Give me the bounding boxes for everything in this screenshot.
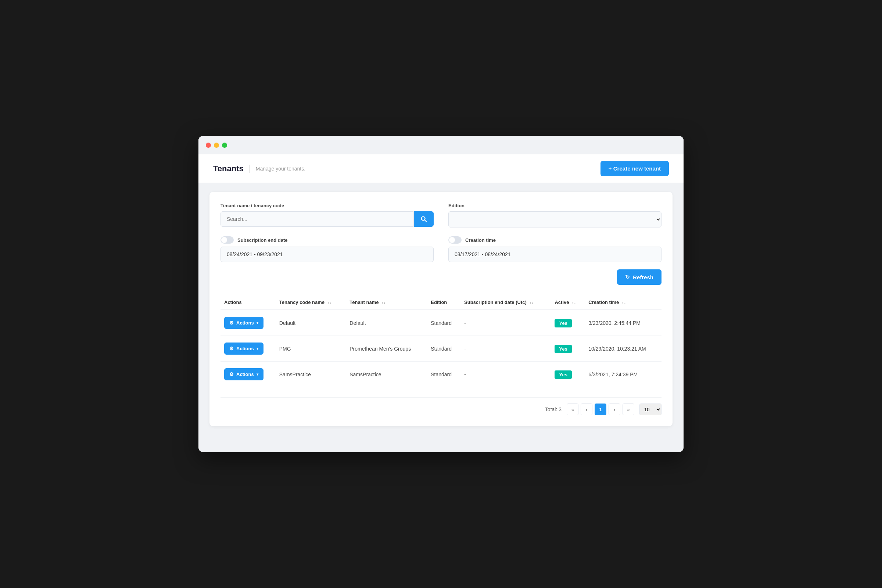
maximize-button[interactable] — [222, 142, 227, 148]
cell-creation-time-2: 6/3/2021, 7:24:39 PM — [585, 362, 662, 387]
cell-edition-0: Standard — [427, 310, 460, 336]
app-window: Tenants Manage your tenants. + Create ne… — [198, 136, 684, 452]
active-badge-1: Yes — [555, 345, 572, 353]
header-left: Tenants Manage your tenants. — [213, 164, 305, 174]
refresh-label: Refresh — [633, 274, 653, 280]
actions-button-1[interactable]: ⚙ Actions ▾ — [224, 342, 264, 355]
last-page-button[interactable]: » — [622, 404, 634, 415]
col-subscription[interactable]: Subscription end date (Utc) ↑↓ — [460, 295, 551, 310]
cell-actions-2: ⚙ Actions ▾ — [220, 362, 276, 387]
close-button[interactable] — [206, 142, 211, 148]
active-sort-icon: ↑↓ — [572, 300, 576, 304]
edition-label: Edition — [448, 203, 662, 208]
subscription-label: Subscription end date — [237, 237, 288, 243]
col-edition-label: Edition — [431, 300, 447, 305]
creation-time-sort-icon: ↑↓ — [622, 300, 626, 304]
tenant-name-sort-icon: ↑↓ — [381, 300, 386, 304]
tenancy-code-sort-icon: ↑↓ — [327, 300, 332, 304]
search-input[interactable] — [220, 212, 414, 227]
search-button[interactable] — [414, 212, 434, 227]
active-badge-0: Yes — [555, 319, 572, 327]
table-row: ⚙ Actions ▾ SamsPractice SamsPractice St… — [220, 362, 662, 387]
cell-subscription-0: - — [460, 310, 551, 336]
subscription-toggle-row: Subscription end date — [220, 236, 434, 244]
col-subscription-label: Subscription end date (Utc) — [464, 300, 526, 305]
creation-time-filter: Creation time — [448, 236, 662, 262]
refresh-row: ↻ Refresh — [220, 269, 662, 285]
cell-tenant-name-2: SamsPractice — [346, 362, 427, 387]
refresh-button[interactable]: ↻ Refresh — [617, 269, 662, 285]
page-subtitle: Manage your tenants. — [256, 166, 305, 172]
gear-icon-2: ⚙ — [230, 372, 234, 377]
creation-toggle[interactable] — [448, 236, 462, 244]
actions-button-0[interactable]: ⚙ Actions ▾ — [224, 317, 264, 329]
subscription-sort-icon: ↑↓ — [529, 300, 533, 304]
col-active-label: Active — [555, 300, 569, 305]
cell-edition-2: Standard — [427, 362, 460, 387]
cell-active-2: Yes — [551, 362, 585, 387]
col-edition: Edition — [427, 295, 460, 310]
cell-tenant-name-0: Default — [346, 310, 427, 336]
creation-toggle-row: Creation time — [448, 236, 662, 244]
page-size-select[interactable]: 10 20 50 100 — [639, 404, 662, 415]
cell-tenancy-code-0: Default — [276, 310, 346, 336]
page-1-button[interactable]: 1 — [595, 404, 606, 415]
gear-icon-0: ⚙ — [230, 320, 234, 326]
subscription-date-filter: Subscription end date — [220, 236, 434, 262]
col-actions: Actions — [220, 295, 276, 310]
cell-creation-time-1: 10/29/2020, 10:23:21 AM — [585, 336, 662, 362]
chevron-down-icon-2: ▾ — [256, 372, 258, 376]
actions-button-2[interactable]: ⚙ Actions ▾ — [224, 368, 264, 380]
subscription-toggle[interactable] — [220, 236, 234, 244]
app-header: Tenants Manage your tenants. + Create ne… — [198, 154, 684, 183]
cell-subscription-2: - — [460, 362, 551, 387]
search-wrap — [220, 212, 434, 227]
pagination: Total: 3 « ‹ 1 › » 10 20 50 100 — [220, 397, 662, 415]
col-actions-label: Actions — [224, 300, 242, 305]
header-divider — [249, 165, 250, 173]
col-tenancy-code[interactable]: Tenancy code name ↑↓ — [276, 295, 346, 310]
col-active[interactable]: Active ↑↓ — [551, 295, 585, 310]
cell-tenancy-code-2: SamsPractice — [276, 362, 346, 387]
gear-icon-1: ⚙ — [230, 346, 234, 351]
subscription-date-input[interactable] — [220, 247, 434, 262]
titlebar — [198, 136, 684, 154]
chevron-down-icon-0: ▾ — [256, 321, 258, 325]
cell-active-1: Yes — [551, 336, 585, 362]
next-page-button[interactable]: › — [609, 404, 620, 415]
filter-section: Tenant name / tenancy code Edition — [220, 203, 662, 262]
col-creation-time[interactable]: Creation time ↑↓ — [585, 295, 662, 310]
actions-label-0: Actions — [236, 320, 254, 326]
page-title: Tenants — [213, 164, 244, 174]
first-page-button[interactable]: « — [567, 404, 579, 415]
active-badge-2: Yes — [555, 370, 572, 379]
col-creation-time-label: Creation time — [588, 300, 619, 305]
main-card: Tenant name / tenancy code Edition — [210, 192, 672, 426]
edition-select[interactable]: Standard Premium Enterprise — [448, 212, 662, 228]
tenants-table: Actions Tenancy code name ↑↓ Tenant name… — [220, 295, 662, 387]
create-tenant-button[interactable]: + Create new tenant — [600, 161, 669, 176]
search-label: Tenant name / tenancy code — [220, 203, 434, 208]
cell-tenant-name-1: Promethean Men's Groups — [346, 336, 427, 362]
cell-creation-time-0: 3/23/2020, 2:45:44 PM — [585, 310, 662, 336]
table-row: ⚙ Actions ▾ Default Default Standard - Y… — [220, 310, 662, 336]
table-row: ⚙ Actions ▾ PMG Promethean Men's Groups … — [220, 336, 662, 362]
col-tenancy-code-label: Tenancy code name — [279, 300, 324, 305]
pagination-total: Total: 3 — [545, 406, 561, 412]
prev-page-button[interactable]: ‹ — [580, 404, 592, 415]
actions-label-2: Actions — [236, 372, 254, 377]
edition-filter: Edition Standard Premium Enterprise — [448, 203, 662, 228]
chevron-down-icon-1: ▾ — [256, 346, 258, 351]
col-tenant-name-label: Tenant name — [350, 300, 378, 305]
creation-date-input[interactable] — [448, 247, 662, 262]
refresh-icon: ↻ — [625, 274, 630, 280]
cell-active-0: Yes — [551, 310, 585, 336]
header-row: Actions Tenancy code name ↑↓ Tenant name… — [220, 295, 662, 310]
creation-label: Creation time — [465, 237, 496, 243]
minimize-button[interactable] — [214, 142, 219, 148]
cell-actions-0: ⚙ Actions ▾ — [220, 310, 276, 336]
col-tenant-name[interactable]: Tenant name ↑↓ — [346, 295, 427, 310]
svg-line-1 — [425, 220, 427, 222]
search-filter: Tenant name / tenancy code — [220, 203, 434, 228]
search-icon — [420, 216, 427, 222]
